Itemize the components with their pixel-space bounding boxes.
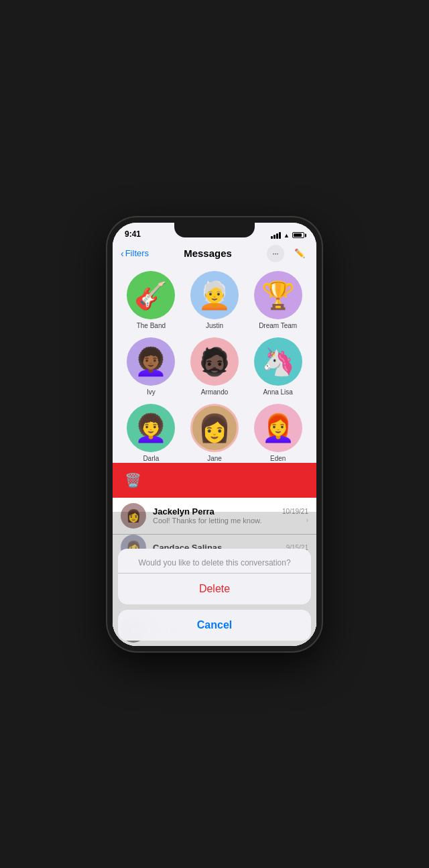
notch <box>174 223 255 237</box>
signal-icon <box>271 232 281 239</box>
avatar-anna-lisa: 🦄 <box>254 337 302 386</box>
pinned-item-ivy[interactable]: 👩🏾‍🦱 Ivy <box>123 337 179 396</box>
pinned-label-anna-lisa: Anna Lisa <box>263 388 292 396</box>
pinned-label-jane: Jane <box>207 455 222 462</box>
pinned-label-justin: Justin <box>206 322 223 329</box>
delete-conversation-button[interactable]: Delete <box>118 574 311 604</box>
action-sheet-main: Would you like to delete this conversati… <box>118 549 311 604</box>
action-sheet: Would you like to delete this conversati… <box>118 549 311 641</box>
pinned-item-anna-lisa[interactable]: 🦄 Anna Lisa <box>250 337 306 396</box>
pinned-label-dream-team: Dream Team <box>259 322 297 329</box>
avatar-jane: 👩 <box>190 404 239 452</box>
screen: 9:41 ▲ ‹ Filters Messages <box>113 223 316 646</box>
pinned-item-armando[interactable]: 🧔🏿 Armando <box>187 337 243 396</box>
avatar-justin: 🧑‍🦳 <box>190 271 239 319</box>
nav-title: Messages <box>184 248 232 259</box>
action-sheet-message: Would you like to delete this conversati… <box>118 549 311 574</box>
pinned-item-jane[interactable]: 👩 Jane <box>187 404 243 462</box>
back-button[interactable]: ‹ Filters <box>121 248 149 259</box>
avatar-the-band: 🎸 <box>127 271 175 319</box>
pinned-item-eden[interactable]: 👩‍🦰 Eden <box>250 404 306 462</box>
wifi-icon: ▲ <box>284 232 290 239</box>
phone-shell: 9:41 ▲ ‹ Filters Messages <box>107 217 322 651</box>
pinned-item-justin[interactable]: 🧑‍🦳 Justin <box>187 271 243 329</box>
back-label: Filters <box>125 248 149 258</box>
compose-icon: ✏️ <box>294 248 305 258</box>
trash-icon: 🗑️ <box>125 472 141 488</box>
avatar-ivy: 👩🏾‍🦱 <box>127 337 175 386</box>
compose-button[interactable]: ✏️ <box>291 245 308 262</box>
avatar-armando: 🧔🏿 <box>190 337 239 386</box>
pinned-label-armando: Armando <box>201 388 229 396</box>
nav-bar: ‹ Filters Messages ··· ✏️ <box>113 241 316 266</box>
pinned-label-ivy: Ivy <box>147 388 156 396</box>
avatar-dream-team: 🏆 <box>254 271 302 319</box>
nav-actions: ··· ✏️ <box>267 245 308 262</box>
avatar-eden: 👩‍🦰 <box>254 404 302 452</box>
pinned-item-dream-team[interactable]: 🏆 Dream Team <box>250 271 306 329</box>
pinned-label-the-band: The Band <box>137 322 166 329</box>
action-sheet-overlay: Would you like to delete this conversati… <box>113 512 316 646</box>
cancel-button[interactable]: Cancel <box>118 610 311 641</box>
pinned-grid: 🎸 The Band 🧑‍🦳 Justin 🏆 Dream Team 👩� <box>113 266 316 470</box>
status-time: 9:41 <box>125 229 141 239</box>
pinned-item-the-band[interactable]: 🎸 The Band <box>123 271 179 329</box>
back-chevron-icon: ‹ <box>121 248 124 259</box>
avatar-darla: 👩‍🦱 <box>127 404 175 452</box>
more-icon: ··· <box>272 250 278 258</box>
pinned-label-eden: Eden <box>270 455 286 462</box>
status-icons: ▲ <box>271 232 304 239</box>
pinned-item-darla[interactable]: 👩‍🦱 Darla <box>123 404 179 462</box>
more-button[interactable]: ··· <box>267 245 284 262</box>
pinned-label-darla: Darla <box>143 455 159 462</box>
delete-bar[interactable]: 🗑️ <box>113 463 316 498</box>
battery-icon <box>292 232 304 238</box>
